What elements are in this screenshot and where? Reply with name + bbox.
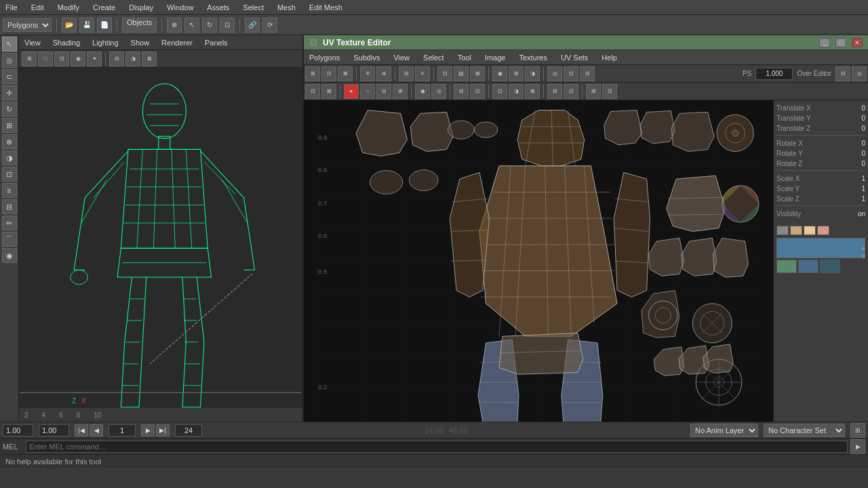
viewport-menu-show[interactable]: Show — [128, 37, 153, 48]
uv-menu-textures[interactable]: Textures — [516, 52, 550, 63]
uv-tool-7[interactable]: ≡ — [415, 66, 430, 81]
uv-menu-polygons[interactable]: Polygons — [307, 52, 342, 63]
uv-t2-10[interactable]: ⊡ — [470, 84, 485, 99]
swatch-tan[interactable] — [790, 226, 802, 235]
uv-tool-8[interactable]: ⊡ — [437, 66, 452, 81]
uv-t2-4[interactable]: ○ — [360, 84, 375, 99]
paint-select-icon[interactable]: ◎ — [2, 53, 17, 68]
uv-tool-3[interactable]: ⊠ — [338, 66, 353, 81]
uv-extra-2[interactable]: ◎ — [852, 66, 867, 81]
uv-menu-image[interactable]: Image — [482, 52, 509, 63]
scale-icon[interactable]: ⊡ — [220, 18, 235, 33]
uv-t2-9[interactable]: ⊟ — [454, 84, 469, 99]
menu-edit[interactable]: Edit — [28, 2, 47, 13]
active-color-swatch[interactable] — [776, 238, 865, 258]
next-frame-btn[interactable]: ▶ — [141, 424, 155, 436]
uv-tool-10[interactable]: ⊠ — [470, 66, 485, 81]
menu-file[interactable]: File — [3, 2, 20, 13]
uv-t2-13[interactable]: ⊠ — [525, 84, 540, 99]
lasso-icon[interactable]: ⊂ — [2, 69, 17, 84]
move-icon[interactable]: ↖ — [184, 18, 199, 33]
uv-maximize-btn[interactable]: □ — [835, 38, 846, 47]
select-mode-icon[interactable]: ↖ — [2, 37, 17, 52]
universal-tool-icon[interactable]: ⊕ — [2, 134, 17, 149]
play-end-btn[interactable]: ▶| — [156, 424, 170, 436]
uv-t2-5[interactable]: ⊟ — [376, 84, 391, 99]
camera-icon[interactable]: ◉ — [2, 248, 17, 263]
scroll-down-arrow[interactable]: ▼ — [860, 253, 867, 260]
play-start-btn[interactable]: |◀ — [75, 424, 88, 436]
uv-t2-7[interactable]: ◉ — [415, 84, 430, 99]
viewport-menu-lighting[interactable]: Lighting — [90, 37, 121, 48]
uv-t2-12[interactable]: ◑ — [509, 84, 524, 99]
uv-scale-input[interactable] — [755, 68, 793, 80]
vp-icon-2[interactable]: □ — [38, 52, 53, 66]
swatch-gray[interactable] — [776, 226, 789, 235]
rotate-tool-icon[interactable]: ↻ — [2, 102, 17, 117]
vp-icon-3[interactable]: ⊡ — [54, 52, 69, 66]
uv-t2-11[interactable]: ⊡ — [492, 84, 507, 99]
uv-minimize-btn[interactable]: _ — [819, 38, 830, 47]
uv-menu-subdivs[interactable]: Subdivs — [351, 52, 382, 63]
uv-tool-14[interactable]: ◎ — [547, 66, 562, 81]
select-tool-icon[interactable]: ⊕ — [167, 18, 182, 33]
vp-icon-1[interactable]: ⊞ — [22, 52, 37, 66]
show-manipulator-icon[interactable]: ⊡ — [2, 167, 17, 182]
uv-tool-12[interactable]: ⊞ — [509, 66, 524, 81]
vp-icon-4[interactable]: ◉ — [71, 52, 85, 66]
objects-btn[interactable]: Objects — [122, 18, 157, 33]
menu-select[interactable]: Select — [240, 2, 267, 13]
scroll-up-arrow[interactable]: ▲ — [860, 244, 867, 251]
uv-tool-6[interactable]: ⊟ — [399, 66, 414, 81]
mel-input[interactable] — [26, 441, 848, 453]
uv-menu-uvsets[interactable]: UV Sets — [558, 52, 591, 63]
menu-assets[interactable]: Assets — [204, 2, 232, 13]
swatch-panel3[interactable] — [820, 260, 840, 273]
viewport-menu-view[interactable]: View — [22, 37, 43, 48]
anim-layer-select[interactable]: No Anim Layer — [690, 424, 758, 437]
menu-display[interactable]: Display — [126, 2, 156, 13]
rotate-icon[interactable]: ↻ — [202, 18, 217, 33]
history-icon[interactable]: ⟳ — [262, 18, 277, 33]
uv-tool-2[interactable]: ⊡ — [321, 66, 336, 81]
val2-input[interactable] — [39, 424, 69, 436]
uv-paste-icon[interactable]: ⊡ — [602, 84, 617, 99]
menu-mesh[interactable]: Mesh — [275, 2, 298, 13]
swatch-panel2[interactable] — [798, 260, 818, 273]
swatch-panel1[interactable] — [776, 260, 797, 273]
uv-tool-1[interactable]: ⊞ — [305, 66, 320, 81]
uv-menu-tool[interactable]: Tool — [455, 52, 474, 63]
mel-run-icon[interactable]: ▶ — [850, 439, 865, 454]
vp-shade-icon[interactable]: ◑ — [125, 52, 140, 66]
uv-extra-1[interactable]: ⊟ — [835, 66, 850, 81]
uv-menu-select[interactable]: Select — [420, 52, 447, 63]
swatch-light-tan[interactable] — [804, 226, 816, 235]
swatch-pink[interactable] — [817, 226, 829, 235]
uv-t2-15[interactable]: ⊡ — [564, 84, 578, 99]
vp-tex-icon[interactable]: ⊠ — [142, 52, 157, 66]
uv-copy-icon[interactable]: ⊞ — [586, 84, 601, 99]
uv-tool-15[interactable]: ⊡ — [564, 66, 578, 81]
vp-icon-5[interactable]: ✦ — [87, 52, 102, 66]
curve-icon[interactable]: ⌒ — [2, 232, 17, 247]
soft-select-icon[interactable]: ◑ — [2, 150, 17, 165]
viewport-menu-renderer[interactable]: Renderer — [159, 37, 195, 48]
uv-t2-14[interactable]: ⊟ — [547, 84, 562, 99]
scale-tool-icon[interactable]: ⊞ — [2, 118, 17, 133]
paint-icon[interactable]: ✏ — [2, 216, 17, 230]
uv-t2-6[interactable]: ⊞ — [393, 84, 408, 99]
uv-menu-view[interactable]: View — [391, 52, 412, 63]
move-tool-icon[interactable]: ✛ — [2, 85, 17, 100]
character-set-icon[interactable]: ⊞ — [850, 423, 865, 438]
layer2-icon[interactable]: ⊟ — [2, 199, 17, 214]
val1-input[interactable] — [3, 424, 33, 436]
layer1-icon[interactable]: ≡ — [2, 183, 17, 198]
prev-frame-btn[interactable]: ◀ — [90, 424, 103, 436]
file-icon[interactable]: 📄 — [97, 18, 112, 33]
uv-t2-2[interactable]: ⊠ — [321, 84, 336, 99]
frame2-input[interactable] — [175, 424, 202, 436]
menu-modify[interactable]: Modify — [55, 2, 82, 13]
uv-menu-help[interactable]: Help — [599, 52, 620, 63]
menu-create[interactable]: Create — [90, 2, 118, 13]
uv-t2-1[interactable]: ⊡ — [305, 84, 320, 99]
